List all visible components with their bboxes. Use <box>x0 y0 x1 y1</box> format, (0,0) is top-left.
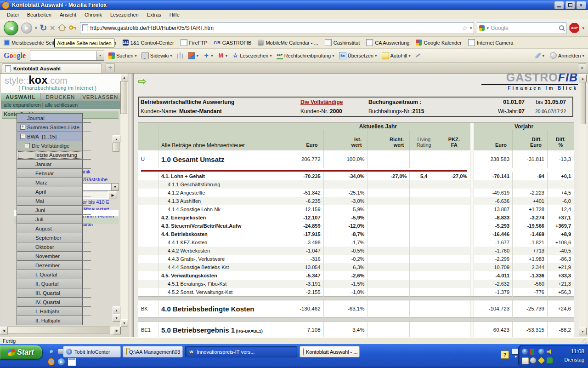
globe-tray-icon[interactable] <box>538 349 544 355</box>
adblock-icon[interactable]: ABP <box>569 23 579 33</box>
volume-tray-icon[interactable] <box>547 349 553 355</box>
menu-drucken[interactable]: DRUCKEN <box>41 93 81 101</box>
report-subtitle-link[interactable]: Die Vollständige <box>300 99 343 105</box>
health-tray-icon[interactable] <box>547 357 553 363</box>
popup-item-november[interactable]: November <box>17 252 82 261</box>
scroll-up-icon[interactable]: ▲ <box>113 306 120 314</box>
popup-item-märz[interactable]: März <box>17 178 82 187</box>
adblock-dropdown-icon[interactable]: ▾ <box>582 26 584 30</box>
popup-item-i-halbjahr[interactable]: I. Halbjahr <box>17 307 82 316</box>
back-button[interactable]: ◀ <box>4 21 18 35</box>
popup-item-letzte-auswertung[interactable]: letzte Auswertung <box>17 150 82 160</box>
url-text[interactable]: http://www.gastrofib.de/FIBU/Huber/05/ST… <box>90 25 460 31</box>
popup-item-juli[interactable]: Juli <box>17 215 82 224</box>
reload-button[interactable]: ↻ <box>40 23 47 33</box>
scrollbar-thumb[interactable] <box>113 143 119 152</box>
popup-item-januar[interactable]: Januar <box>17 160 82 169</box>
menu-bearbeiten[interactable]: Bearbeiten <box>23 11 56 18</box>
toolbar-button-plusblue[interactable]: +▾ <box>203 52 213 59</box>
popup-item-september[interactable]: September <box>17 233 82 242</box>
chevron-down-icon[interactable]: ▾ <box>211 53 213 58</box>
popup-item-april[interactable]: April <box>17 187 82 196</box>
popup-item-iii-quartal[interactable]: III. Quartal <box>17 288 82 298</box>
menu-verlassen[interactable]: VERLASSEN <box>80 93 120 101</box>
chevron-down-icon[interactable]: ▼ <box>111 184 119 190</box>
toolbar-button-lesezeichen[interactable]: ☆Lesezeichen▾ <box>232 52 271 59</box>
popup-item-i-quartal[interactable]: I. Quartal <box>17 270 82 279</box>
help-tray-icon[interactable]: ? <box>501 351 509 359</box>
menu-auswahl[interactable]: AUSWAHL <box>1 93 41 101</box>
minimize-button[interactable] <box>554 1 564 9</box>
menu-datei[interactable]: Datei <box>3 11 23 18</box>
scroll-down-icon[interactable]: ▼ <box>120 319 128 327</box>
scrollbar-thumb[interactable] <box>7 327 110 334</box>
chevron-down-icon[interactable]: ▾ <box>542 53 544 58</box>
chevron-down-icon[interactable]: ▾ <box>135 53 137 58</box>
resize-grip[interactable] <box>582 338 587 344</box>
popup-item-mai[interactable]: Mai <box>17 196 82 206</box>
chevron-down-icon[interactable]: ▾ <box>270 53 272 58</box>
popup-item-oktober[interactable]: Oktober <box>17 242 82 252</box>
popup-item-juni[interactable]: Juni <box>17 206 82 215</box>
bookmark-item[interactable]: Cashinstitut <box>325 39 360 46</box>
bookmark-item[interactable]: MobileMe Calendar - ... <box>258 40 318 46</box>
search-box[interactable]: ▾ Google <box>477 22 566 34</box>
menu-lesezeichen[interactable]: Lesezeichen <box>106 11 143 18</box>
menu-extras[interactable]: Extras <box>143 11 165 18</box>
expand-icon[interactable]: + <box>20 125 25 130</box>
popup-item-iv-quartal[interactable]: IV. Quartal <box>17 298 82 307</box>
toolbar-button-rechtschreibprüfung[interactable]: ABCRechtschreibprüfung▾ <box>277 52 334 59</box>
popup-item-bwa-1-15-[interactable]: −BWA [1..15] <box>17 132 82 141</box>
search-placeholder[interactable]: Google <box>491 25 557 31</box>
sidebar-vertical-scrollbar[interactable]: ▲ ▼ <box>120 74 128 327</box>
toolbar-button-bank[interactable] <box>177 52 183 59</box>
scroll-left-icon[interactable]: ◀ <box>0 327 8 334</box>
tray-expand-icon[interactable]: ▾ <box>514 354 517 359</box>
popup-item-die-vollständige[interactable]: −Die Vollständige <box>17 141 82 150</box>
scroll-up-icon[interactable]: ▲ <box>579 75 587 82</box>
go-right-button[interactable]: ▶ <box>108 191 117 199</box>
menu-hilfe[interactable]: Hilfe <box>165 11 184 18</box>
toolbar-button-übersetzen[interactable]: åaÜbersetzen▾ <box>339 52 377 59</box>
google-search-input[interactable]: ▾ <box>30 51 104 61</box>
scrollbar-thumb[interactable] <box>579 82 586 124</box>
info-tray-icon[interactable]: i <box>522 349 528 355</box>
bookmark-item[interactable]: CA Auswertung <box>366 39 409 46</box>
toolbar-button-wrench[interactable]: ▾ <box>535 53 544 58</box>
google-search-dropdown-icon[interactable]: ▾ <box>96 51 104 60</box>
toolbar-button-pen[interactable] <box>415 55 421 56</box>
scroll-down-icon[interactable]: ▼ <box>113 314 120 322</box>
menu-chronik[interactable]: Chronik <box>80 11 106 18</box>
chevron-down-icon[interactable]: ▾ <box>170 53 172 58</box>
tab-move-icon[interactable]: ✛ <box>106 63 115 72</box>
restore-button[interactable] <box>565 1 575 9</box>
tab-list-dropdown-icon[interactable]: ▾ <box>578 63 586 72</box>
forward-button[interactable]: ▶ <box>21 23 32 34</box>
firefox-icon[interactable] <box>48 358 55 365</box>
collapse-icon[interactable]: − <box>25 143 30 148</box>
collapse-icon[interactable]: − <box>20 134 25 139</box>
frame-divider[interactable] <box>130 74 134 337</box>
search-engine-icon[interactable] <box>479 25 485 31</box>
scroll-down-icon[interactable]: ▼ <box>579 328 587 335</box>
warning-tray-icon[interactable] <box>538 357 545 364</box>
bookmark-item[interactable]: Internet Camera <box>468 39 513 46</box>
sidebar-horizontal-scrollbar[interactable]: ◀ ▶ <box>0 327 120 334</box>
bookmark-star-icon[interactable]: ☆ <box>462 24 468 32</box>
tab-kontoblatt-auswahl[interactable]: Kontoblatt Auswahl <box>2 63 102 73</box>
toolbar-button-suchen[interactable]: Suchen▾ <box>108 52 137 59</box>
url-bar[interactable]: http://www.gastrofib.de/FIBU/Huber/05/ST… <box>80 22 475 34</box>
scroll-up-icon[interactable]: ▲ <box>113 135 120 143</box>
close-button[interactable]: × <box>576 1 586 9</box>
chevron-down-icon[interactable]: ▾ <box>226 53 228 58</box>
toolbar-button-sidewiki[interactable]: Sidewiki▾ <box>141 52 172 59</box>
media-player-icon[interactable]: ▶ <box>58 358 65 365</box>
chevron-down-icon[interactable]: ▾ <box>408 53 411 58</box>
taskbar-button[interactable]: Q:\AA Management\03 S... <box>123 346 183 357</box>
books-tray-icon[interactable] <box>530 349 536 355</box>
bookmark-item[interactable]: 1&11&1 Control-Center <box>123 40 174 46</box>
start-button[interactable]: Start <box>0 345 42 359</box>
chevron-down-icon[interactable]: ▾ <box>582 53 584 58</box>
toolbar-button-gmail[interactable]: M▾ <box>218 52 228 59</box>
popup-item-ii-quartal[interactable]: II. Quartal <box>17 279 82 288</box>
